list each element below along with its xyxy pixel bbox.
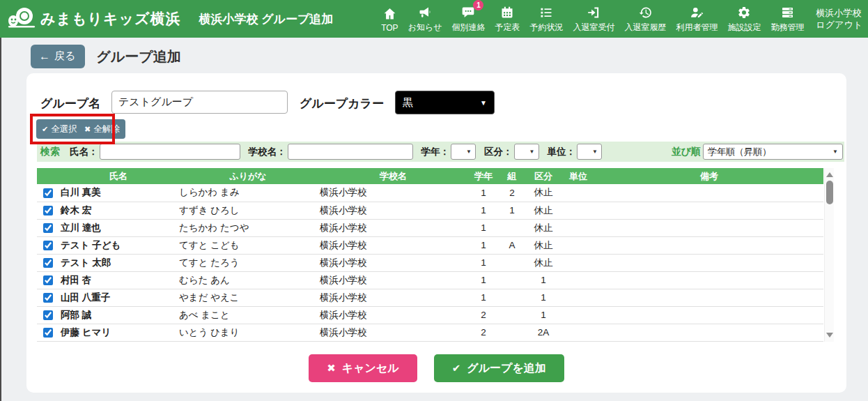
column-header-school: 学校名 — [318, 168, 468, 184]
group-color-label: グループカラー — [300, 96, 384, 112]
nav-item-entry-history[interactable]: 入退室履歴 — [619, 0, 671, 38]
back-arrow-icon: ← — [39, 51, 50, 62]
filter-name-label: 氏名： — [70, 146, 98, 158]
table-scrollbar[interactable] — [824, 168, 834, 342]
clear-all-label: 全解除 — [93, 123, 120, 135]
app-logo[interactable]: みまもりキッズ横浜 — [7, 6, 180, 32]
check-icon: ✔ — [42, 125, 48, 134]
scrollbar-thumb[interactable] — [826, 181, 833, 204]
chevron-down-icon: ▼ — [480, 99, 487, 107]
nav-item-schedule[interactable]: 予定表 — [490, 0, 525, 38]
table-row: 白川 真美 しらかわ まみ 横浜小学校 1 2 休止 — [37, 184, 823, 202]
search-filter-bar: 検索 氏名： 学校名： 学年： ▼ 区分： ▼ 単位： ▼ 並び順 学年順（昇順… — [37, 142, 844, 162]
member-checkbox[interactable] — [43, 258, 53, 268]
table-row: 村田 杏 むらた あん 横浜小学校 1 1 — [37, 271, 823, 289]
chevron-down-icon: ▼ — [529, 149, 535, 155]
filter-unit-select[interactable]: ▼ — [577, 144, 602, 160]
member-checkbox[interactable] — [43, 293, 53, 303]
list-icon — [539, 4, 553, 20]
enter-icon — [587, 4, 601, 20]
app-name: みまもりキッズ横浜 — [40, 9, 180, 29]
history-icon — [638, 4, 653, 20]
unread-count-badge: 1 — [473, 0, 483, 10]
column-header-checkbox — [37, 168, 59, 184]
nav-item-top[interactable]: TOP — [376, 0, 403, 38]
account-info: 横浜小学校 ログアウト — [816, 7, 862, 31]
cross-icon: ✖ — [327, 362, 336, 374]
nav-item-user-management[interactable]: 利用者管理 — [671, 0, 722, 38]
chevron-down-icon: ▼ — [832, 149, 838, 155]
header-page-title: 横浜小学校 グループ追加 — [199, 11, 333, 27]
select-all-button[interactable]: ✔ 全選択 — [36, 119, 83, 139]
table-row: テスト 太郎 てすと たろう 横浜小学校 1 休止 — [37, 254, 823, 271]
sort-order-select[interactable]: 学年順（昇順） ▼ — [703, 144, 843, 160]
logout-link[interactable]: ログアウト — [816, 19, 862, 31]
filter-kubun-select[interactable]: ▼ — [514, 144, 539, 160]
nav-item-reservations[interactable]: 予約状況 — [525, 0, 568, 38]
page-title: グループ追加 — [96, 47, 180, 66]
server-icon — [780, 4, 795, 20]
filter-grade-select[interactable]: ▼ — [451, 144, 476, 160]
chevron-down-icon: ▼ — [592, 149, 598, 155]
member-checkbox[interactable] — [43, 328, 53, 338]
chat-icon: 1 — [460, 4, 476, 20]
back-button-label: 戻る — [54, 50, 75, 63]
calendar-icon — [500, 4, 514, 20]
filter-school-label: 学校名： — [249, 146, 286, 158]
sort-order-selected-value: 学年順（昇順） — [708, 146, 771, 158]
member-checkbox[interactable] — [43, 188, 53, 198]
group-add-panel: グループ名 グループカラー 黒 ▼ ✔ 全選択 ✖ 全解除 検索 氏名： 学校名… — [26, 73, 846, 393]
add-group-button[interactable]: ✔ グループを追加 — [434, 354, 564, 382]
check-icon: ✔ — [452, 362, 461, 374]
sort-order-label: 並び順 — [672, 146, 701, 158]
member-checkbox[interactable] — [43, 223, 53, 233]
column-header-grade: 学年 — [468, 168, 499, 184]
member-table-container: 氏名 ふりがな 学校名 学年 組 区分 単位 備考 白川 真美 しらかわ まみ … — [37, 168, 834, 345]
column-header-name: 氏名 — [59, 168, 178, 184]
user-edit-icon — [689, 4, 704, 20]
clear-all-button[interactable]: ✖ 全解除 — [79, 119, 125, 139]
column-header-kubun: 区分 — [525, 168, 561, 184]
gear-icon — [737, 4, 751, 20]
nav-item-news[interactable]: お知らせ — [403, 0, 447, 38]
member-checkbox[interactable] — [43, 275, 53, 285]
cross-icon: ✖ — [84, 125, 91, 134]
window-left-edge — [0, 38, 1, 401]
app-header: みまもりキッズ横浜 横浜小学校 グループ追加 TOP お知らせ 1 個別連絡 — [0, 0, 868, 38]
filter-unit-label: 単位： — [548, 146, 576, 158]
group-color-select[interactable]: 黒 ▼ — [395, 91, 495, 114]
filter-grade-label: 学年： — [421, 146, 450, 158]
form-actions: ✖ キャンセル ✔ グループを追加 — [26, 354, 846, 382]
account-facility-name: 横浜小学校 — [816, 7, 862, 19]
table-row: 伊藤 ヒマリ いとう ひまり 横浜小学校 2 2A — [37, 324, 823, 341]
cancel-button-label: キャンセル — [342, 361, 399, 376]
member-checkbox[interactable] — [43, 241, 53, 250]
column-header-note: 備考 — [595, 168, 823, 184]
table-row: 鈴木 宏 すずき ひろし 横浜小学校 1 1 休止 — [37, 202, 823, 219]
column-header-unit: 単位 — [561, 168, 595, 184]
back-button[interactable]: ← 戻る — [31, 45, 85, 68]
member-checkbox[interactable] — [43, 206, 53, 215]
filter-name-input[interactable] — [100, 144, 240, 160]
snail-mascot-icon — [7, 6, 36, 32]
nav-item-entry-reception[interactable]: 入退室受付 — [568, 0, 619, 38]
table-row: 山田 八重子 やまだ やえこ 横浜小学校 1 1 — [37, 289, 823, 306]
cancel-button[interactable]: ✖ キャンセル — [309, 354, 417, 382]
member-table-body: 白川 真美 しらかわ まみ 横浜小学校 1 2 休止 鈴木 宏 すずき ひろし … — [37, 184, 823, 341]
scroll-down-arrow-icon[interactable] — [826, 333, 833, 338]
group-color-selected-value: 黒 — [403, 96, 413, 109]
megaphone-icon — [417, 4, 433, 20]
member-checkbox[interactable] — [43, 310, 53, 320]
group-name-label: グループ名 — [40, 96, 100, 112]
member-table: 氏名 ふりがな 学校名 学年 組 区分 単位 備考 白川 真美 しらかわ まみ … — [37, 168, 823, 342]
filter-school-input[interactable] — [288, 144, 413, 160]
table-header-row: 氏名 ふりがな 学校名 学年 組 区分 単位 備考 — [37, 168, 823, 184]
nav-item-work-management[interactable]: 勤務管理 — [766, 0, 809, 38]
scroll-up-arrow-icon[interactable] — [826, 172, 833, 177]
main-nav: TOP お知らせ 1 個別連絡 予定表 予約状況 — [376, 0, 809, 38]
nav-item-facility-settings[interactable]: 施設設定 — [722, 0, 766, 38]
table-row: 阿部 誠 あべ まこと 横浜小学校 2 1 — [37, 306, 823, 324]
nav-item-messages[interactable]: 1 個別連絡 — [447, 0, 490, 38]
table-row: テスト 子ども てすと こども 横浜小学校 1 A 休止 — [37, 236, 823, 254]
group-name-input[interactable] — [111, 91, 288, 114]
